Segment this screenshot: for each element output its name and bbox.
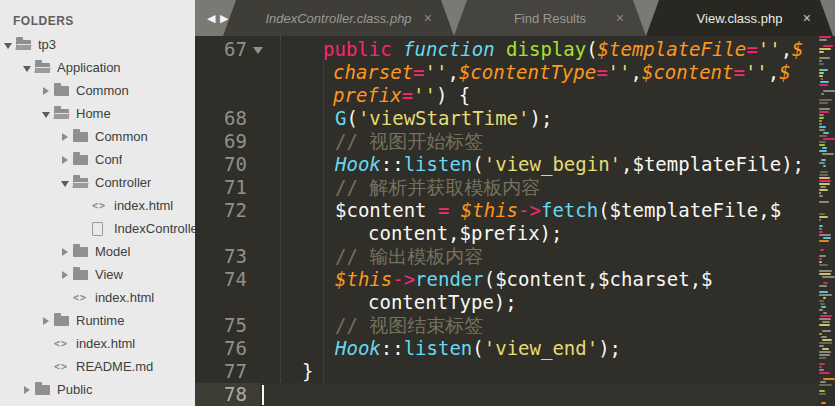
code-token: $	[792, 38, 803, 60]
code-line-75[interactable]: 75// 视图结束标签	[195, 314, 835, 337]
code-token: =	[746, 38, 757, 60]
folder-icon	[16, 40, 38, 50]
code-token: ::	[381, 153, 404, 175]
code-line-77[interactable]: 77}	[195, 360, 835, 383]
minimap-line	[819, 192, 821, 194]
code-line-67[interactable]: 67public function display($templateFile=…	[195, 38, 835, 61]
chevron-down-icon[interactable]	[60, 175, 73, 190]
sidebar-item-application[interactable]: Application	[0, 56, 195, 79]
code-token: ,$templateFile);	[621, 153, 804, 175]
code-line-wrap[interactable]: charset='',$contentType='',$content='',$	[195, 61, 835, 84]
tab-strip: IndexController.class.php×Find Results×V…	[223, 0, 835, 36]
tab-find-results[interactable]: Find Results×	[454, 0, 646, 36]
sidebar-item-common[interactable]: Common	[0, 79, 195, 102]
minimap-line	[820, 315, 832, 317]
code-token	[449, 199, 460, 221]
minimap-line	[819, 273, 831, 275]
minimap-line	[823, 237, 831, 239]
folder-icon	[73, 155, 95, 165]
code-line-70[interactable]: 70Hook::listen('view_begin',$templateFil…	[195, 153, 835, 176]
chevron-right-icon[interactable]	[22, 382, 35, 397]
line-number: 76	[195, 337, 247, 360]
chevron-right-icon[interactable]	[60, 129, 73, 144]
code-line-78[interactable]: 78	[195, 383, 835, 406]
minimap-line	[819, 354, 830, 356]
code-token: $this	[461, 199, 518, 221]
sidebar-item-readme-md[interactable]: <>README.md	[0, 355, 195, 378]
sidebar-item-view[interactable]: View	[0, 263, 195, 286]
chevron-right-icon[interactable]	[41, 83, 54, 98]
code-text: Hook::listen('view_begin',$templateFile)…	[335, 153, 804, 176]
chevron-right-icon[interactable]	[41, 313, 54, 328]
minimap-line	[819, 63, 824, 65]
code-token: ,	[447, 61, 458, 83]
code-token: ''	[608, 61, 631, 83]
sidebar-item-runtime[interactable]: Runtime	[0, 309, 195, 332]
angle-brackets-icon: <>	[54, 338, 68, 349]
line-number: 70	[195, 153, 247, 176]
sidebar-item-index-html[interactable]: <>index.html	[0, 194, 195, 217]
tab-view-class-php[interactable]: View.class.php×	[646, 0, 833, 36]
code-line-74[interactable]: 74$this->render($content,$charset,$	[195, 268, 835, 291]
chevron-right-icon[interactable]	[60, 267, 73, 282]
minimap-line	[823, 282, 828, 284]
minimap-line	[819, 258, 822, 260]
tab-nav-back-icon[interactable]: ◀	[207, 0, 215, 36]
minimap-line	[819, 114, 824, 116]
code-line-wrap[interactable]: content,$prefix);	[195, 222, 835, 245]
sidebar-item-index-html[interactable]: <>index.html	[0, 332, 195, 355]
minimap-line	[819, 75, 823, 77]
tab-close-icon[interactable]: ×	[616, 0, 624, 37]
fold-arrow-icon[interactable]	[253, 47, 263, 54]
minimap-line	[822, 339, 832, 341]
chevron-down-icon[interactable]	[3, 37, 16, 52]
code-file-icon: <>	[54, 338, 76, 349]
code-token: prefix	[333, 84, 402, 106]
chevron-right-icon[interactable]	[60, 244, 73, 259]
tab-close-icon[interactable]: ×	[424, 0, 432, 37]
sidebar-item-controller[interactable]: Controller	[0, 171, 195, 194]
minimap-line	[819, 291, 828, 293]
code-editor[interactable]: 67public function display($templateFile=…	[195, 36, 835, 406]
minimap[interactable]	[818, 36, 835, 406]
minimap-line	[819, 195, 823, 197]
code-line-wrap[interactable]: prefix='') {	[195, 84, 835, 107]
code-line-wrap[interactable]: contentType);	[195, 291, 835, 314]
sidebar-item-indexcontroller-class-php[interactable]: IndexController.class.php	[0, 217, 195, 240]
sidebar-item-tp3[interactable]: tp3	[0, 33, 195, 56]
minimap-line	[819, 129, 825, 131]
chevron-down-icon[interactable]	[22, 60, 35, 75]
tab-indexcontroller-class-php[interactable]: IndexController.class.php×	[223, 0, 454, 36]
sidebar-item-public[interactable]: Public	[0, 378, 195, 401]
code-text: $content = $this->fetch($templateFile,$	[335, 199, 781, 222]
code-token: ->	[518, 199, 541, 221]
minimap-line	[819, 51, 824, 53]
minimap-line	[819, 384, 832, 386]
code-line-68[interactable]: 68G('viewStartTime');	[195, 107, 835, 130]
code-token: function	[403, 38, 495, 60]
angle-brackets-icon: <>	[54, 361, 68, 372]
code-token: G	[335, 107, 346, 129]
code-line-72[interactable]: 72$content = $this->fetch($templateFile,…	[195, 199, 835, 222]
sidebar-item-model[interactable]: Model	[0, 240, 195, 263]
code-token: $	[779, 61, 790, 83]
tab-close-icon[interactable]: ×	[803, 0, 811, 37]
sidebar-item-conf[interactable]: Conf	[0, 148, 195, 171]
chevron-down-icon[interactable]	[41, 106, 54, 121]
code-line-71[interactable]: 71// 解析并获取模板内容	[195, 176, 835, 199]
code-line-76[interactable]: 76Hook::listen('view_end');	[195, 337, 835, 360]
sidebar-item-home[interactable]: Home	[0, 102, 195, 125]
sidebar-item-index-html[interactable]: <>index.html	[0, 286, 195, 309]
code-token: ($templateFile,$	[598, 199, 781, 221]
line-number: 67	[195, 38, 247, 61]
sidebar-item-common[interactable]: Common	[0, 125, 195, 148]
code-line-73[interactable]: 73// 输出模板内容	[195, 245, 835, 268]
code-line-69[interactable]: 69// 视图开始标签	[195, 130, 835, 153]
minimap-line	[819, 126, 826, 128]
code-token	[392, 38, 403, 60]
tree-item-label: Model	[95, 244, 130, 259]
code-token: fetch	[541, 199, 598, 221]
tree-item-label: Runtime	[76, 313, 124, 328]
chevron-right-icon[interactable]	[60, 152, 73, 167]
code-token: (	[472, 337, 483, 359]
